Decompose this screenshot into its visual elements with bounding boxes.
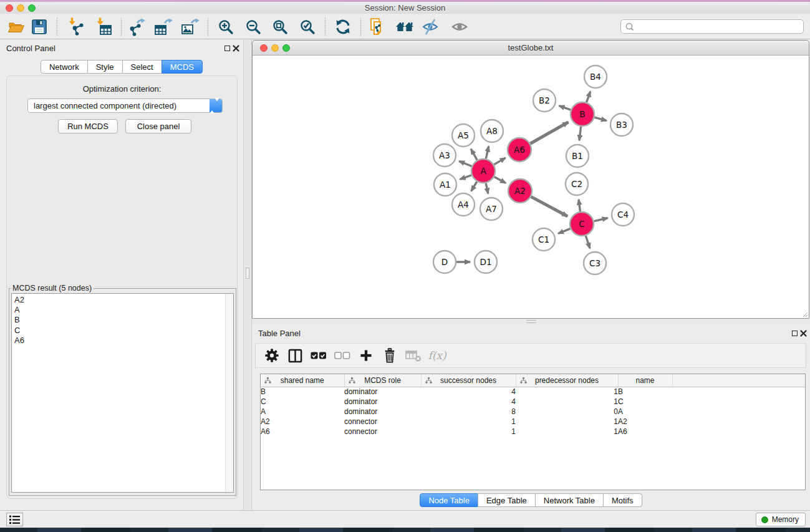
list-icon <box>9 515 21 525</box>
graph-node-label: A2 <box>514 186 526 196</box>
column-header-name[interactable]: name <box>618 374 672 387</box>
zoom-out-icon[interactable] <box>243 17 263 37</box>
zoom-selected-icon[interactable] <box>297 17 317 37</box>
vertical-split-divider[interactable] <box>243 39 252 510</box>
zoom-window-button[interactable] <box>28 4 36 12</box>
network-minimize-button[interactable] <box>271 44 279 52</box>
tab-motifs[interactable]: Motifs <box>603 493 642 507</box>
home-icon[interactable] <box>395 17 415 37</box>
run-mcds-button[interactable]: Run MCDS <box>58 119 118 133</box>
column-header-shared-name[interactable]: shared name <box>261 374 344 387</box>
close-panel-icon[interactable] <box>800 330 807 337</box>
control-panel-title: Control Panel <box>6 44 55 53</box>
graph-node-label: A5 <box>458 130 469 140</box>
function-builder-icon[interactable]: f(x) <box>428 346 446 365</box>
mcds-result-list[interactable]: A2ABCA6 <box>11 293 234 493</box>
settings-gear-icon[interactable] <box>263 346 281 365</box>
graph-edge-C-C2[interactable] <box>579 200 580 211</box>
horizontal-split-divider[interactable] <box>252 319 810 324</box>
show-graphics-details-icon[interactable] <box>450 17 470 37</box>
result-item[interactable]: C <box>14 326 233 336</box>
graph-edge-B-B4[interactable] <box>587 92 591 103</box>
tab-style[interactable]: Style <box>87 60 123 74</box>
graph-node-label: A <box>480 166 486 176</box>
divider-grip[interactable] <box>246 268 249 279</box>
search-input[interactable] <box>637 21 803 32</box>
network-graph: B4B2BB3B1A5A8A6A3AA1A2C2A4A7C4CC1C3DD1 <box>253 56 809 317</box>
table-row[interactable]: Cdominator41C <box>261 397 806 407</box>
graph-edge-A-A7[interactable] <box>486 183 488 194</box>
close-panel-button[interactable]: Close panel <box>125 119 191 133</box>
graph-edge-B-B1[interactable] <box>579 127 581 140</box>
network-title: testGlobe.txt <box>508 43 554 52</box>
deselect-all-icon[interactable] <box>333 346 352 365</box>
save-icon[interactable] <box>29 17 49 37</box>
select-all-icon[interactable] <box>309 346 328 365</box>
column-header-successor-nodes[interactable]: successor nodes <box>421 374 516 387</box>
graph-edge-A-A1[interactable] <box>460 175 472 180</box>
graph-edge-B-B3[interactable] <box>594 117 607 120</box>
export-table-icon[interactable] <box>153 17 173 37</box>
graph-edge-C-C3[interactable] <box>586 236 590 248</box>
import-table-icon[interactable] <box>94 17 113 37</box>
graph-edge-C-C4[interactable] <box>594 218 608 221</box>
tab-select[interactable]: Select <box>122 60 162 74</box>
column-header-predecessor-nodes[interactable]: predecessor nodes <box>516 374 618 387</box>
tab-edge-table[interactable]: Edge Table <box>478 493 536 507</box>
graph-edge-A-A3[interactable] <box>459 161 471 166</box>
tab-node-table[interactable]: Node Table <box>420 493 478 507</box>
desktop-edge <box>0 528 810 532</box>
zoom-in-icon[interactable] <box>216 17 236 37</box>
show-columns-icon[interactable] <box>286 346 304 365</box>
scrollbar[interactable] <box>225 294 233 492</box>
delete-table-icon[interactable] <box>404 346 423 365</box>
float-panel-icon[interactable] <box>792 331 798 336</box>
tab-network[interactable]: Network <box>41 60 88 74</box>
table-row[interactable]: A2connector11A2 <box>261 417 806 427</box>
resize-grip-icon[interactable] <box>801 310 808 317</box>
tab-network-table[interactable]: Network Table <box>535 493 604 507</box>
graph-edge-B-B2[interactable] <box>559 106 571 110</box>
result-item[interactable]: B <box>14 315 233 325</box>
result-item[interactable]: A6 <box>14 336 233 346</box>
graph-edge-A-A4[interactable] <box>471 181 477 191</box>
result-item[interactable]: A <box>14 305 233 315</box>
close-window-button[interactable] <box>6 4 13 12</box>
export-network-icon[interactable] <box>127 17 147 37</box>
column-header-mcds-role[interactable]: MCDS role <box>344 374 421 387</box>
app-titlebar: Session: New Session <box>0 2 810 14</box>
graph-edge-A-A6[interactable] <box>494 158 505 165</box>
network-close-button[interactable] <box>260 44 268 52</box>
network-view-window: testGlobe.txt B4B2BB3B1A5A8A6A3AA1A2C2A4… <box>252 40 809 319</box>
refresh-icon[interactable] <box>333 17 353 37</box>
import-network-icon[interactable] <box>65 17 85 37</box>
export-image-icon[interactable] <box>180 17 200 37</box>
add-icon[interactable] <box>357 346 375 365</box>
shared-column-icon <box>520 377 527 384</box>
graph-edge-A-A8[interactable] <box>486 146 488 158</box>
network-zoom-button[interactable] <box>282 44 290 52</box>
delete-icon[interactable] <box>380 346 399 365</box>
task-history-button[interactable] <box>6 513 23 526</box>
open-folder-icon[interactable] <box>6 17 26 37</box>
minimize-window-button[interactable] <box>17 4 24 12</box>
result-item[interactable]: A2 <box>14 295 233 305</box>
graph-edge-A-A5[interactable] <box>471 149 477 160</box>
optimization-criterion-select[interactable]: largest connected component (directed) <box>27 99 223 113</box>
new-session-icon[interactable] <box>368 17 388 37</box>
tab-mcds[interactable]: MCDS <box>162 60 203 74</box>
table-row[interactable]: Adominator80A <box>261 407 806 417</box>
graph-edge-A2-C[interactable] <box>531 196 568 216</box>
graph-edge-C-C1[interactable] <box>558 229 570 234</box>
table-row[interactable]: Bdominator41B <box>261 387 806 397</box>
network-canvas[interactable]: B4B2BB3B1A5A8A6A3AA1A2C2A4A7C4CC1C3DD1 <box>253 56 809 318</box>
close-panel-icon[interactable] <box>233 45 239 52</box>
memory-button[interactable]: Memory <box>756 513 806 526</box>
zoom-fit-icon[interactable] <box>270 17 290 37</box>
graph-edge-A-A2[interactable] <box>494 177 506 183</box>
divider-grip[interactable] <box>526 320 536 323</box>
float-panel-icon[interactable] <box>224 46 230 51</box>
graph-edge-A6-B[interactable] <box>530 122 568 143</box>
hide-graphics-details-icon[interactable] <box>420 17 440 37</box>
table-row[interactable]: A6connector11A6 <box>261 427 806 437</box>
